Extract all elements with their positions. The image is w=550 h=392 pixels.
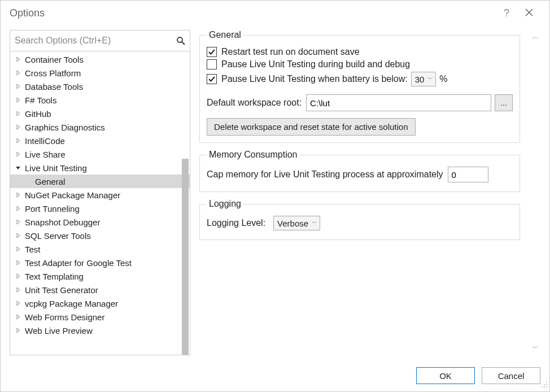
tree-item-label: NuGet Package Manager: [25, 190, 120, 200]
tree-item[interactable]: Web Forms Designer: [10, 310, 190, 324]
caret-right-icon[interactable]: [15, 56, 21, 63]
tree-scrollbar-thumb[interactable]: [182, 159, 189, 355]
search-input[interactable]: [10, 31, 190, 51]
tree-item[interactable]: F# Tools: [10, 93, 190, 107]
memory-cap-input[interactable]: [448, 167, 488, 182]
battery-suffix: %: [439, 74, 447, 84]
tree-item[interactable]: Snapshot Debugger: [10, 215, 190, 229]
tree-item[interactable]: Test: [10, 242, 190, 256]
workspace-row: Default workspace root: ...: [207, 94, 513, 111]
logging-legend: Logging: [207, 199, 243, 209]
dialog-footer: OK Cancel: [1, 360, 549, 391]
pause-battery-label: Pause Live Unit Testing when battery is …: [221, 74, 408, 84]
restart-row[interactable]: Restart test run on document save: [207, 47, 513, 57]
scroll-down-icon[interactable]: ﹀: [532, 343, 539, 353]
caret-right-icon[interactable]: [15, 219, 21, 225]
logging-level-select[interactable]: Verbose ﹀: [273, 216, 320, 230]
svg-point-0: [177, 37, 182, 42]
caret-right-icon[interactable]: [15, 110, 21, 117]
ok-button[interactable]: OK: [416, 367, 475, 384]
settings-panel: General Restart test run on document sav…: [199, 30, 540, 355]
svg-point-2: [546, 382, 547, 383]
tree-item-label: Snapshot Debugger: [25, 217, 100, 227]
caret-right-icon[interactable]: [15, 83, 21, 90]
tree-item[interactable]: Test Adapter for Google Test: [10, 256, 190, 269]
scroll-up-icon[interactable]: ︿: [532, 32, 539, 42]
content-scrollbar[interactable]: ︿ ﹀: [530, 30, 540, 355]
tree-item-label: GitHub: [25, 109, 51, 119]
tree-item-label: Port Tunneling: [25, 204, 80, 214]
tree-item[interactable]: Live Unit Testing: [10, 161, 190, 175]
tree-item-label: Container Tools: [25, 55, 84, 64]
caret-right-icon[interactable]: [15, 69, 21, 76]
search-container: [10, 31, 190, 51]
caret-right-icon[interactable]: [15, 137, 21, 144]
tree-item[interactable]: Cross Platform: [10, 66, 190, 80]
tree-item[interactable]: Web Live Preview: [10, 324, 190, 337]
caret-right-icon[interactable]: [15, 259, 21, 266]
browse-button[interactable]: ...: [495, 94, 513, 111]
pause-battery-checkbox[interactable]: [207, 74, 217, 84]
svg-point-5: [542, 386, 543, 387]
pause-build-checkbox[interactable]: [207, 59, 217, 69]
tree-item[interactable]: vcpkg Package Manager: [10, 297, 190, 310]
caret-right-icon[interactable]: [15, 151, 21, 158]
tree-item[interactable]: Text Templating: [10, 269, 190, 283]
caret-right-icon[interactable]: [15, 191, 21, 198]
tree-item[interactable]: Unit Test Generator: [10, 283, 190, 297]
caret-down-icon[interactable]: [15, 164, 21, 171]
search-icon: [176, 36, 185, 45]
memory-cap-label: Cap memory for Live Unit Testing process…: [207, 169, 443, 180]
caret-right-icon[interactable]: [15, 300, 21, 307]
checkmark-icon: [208, 75, 216, 83]
tree-item[interactable]: Port Tunneling: [10, 202, 190, 215]
tree-item[interactable]: Container Tools: [10, 53, 190, 66]
caret-right-icon[interactable]: [15, 205, 21, 212]
tree-item[interactable]: Live Share: [10, 147, 190, 161]
pause-battery-row[interactable]: Pause Live Unit Testing when battery is …: [207, 72, 513, 86]
caret-right-icon[interactable]: [15, 232, 21, 239]
tree-subitem[interactable]: General: [10, 175, 190, 188]
tree-item-label: Test: [25, 245, 41, 254]
tree-item-label: Live Share: [25, 150, 66, 159]
caret-right-icon[interactable]: [15, 286, 21, 293]
tree-item[interactable]: Database Tools: [10, 80, 190, 93]
caret-right-icon[interactable]: [15, 124, 21, 130]
svg-point-6: [544, 386, 545, 387]
tree-item[interactable]: IntelliCode: [10, 134, 190, 147]
tree-item[interactable]: SQL Server Tools: [10, 229, 190, 242]
logging-group: Logging Logging Level: Verbose ﹀: [199, 199, 520, 240]
caret-right-icon[interactable]: [15, 327, 21, 334]
tree-item[interactable]: NuGet Package Manager: [10, 188, 190, 202]
chevron-down-icon: ﹀: [312, 219, 317, 227]
tree-item-label: Web Forms Designer: [25, 312, 104, 322]
cancel-button[interactable]: Cancel: [482, 367, 540, 384]
memory-cap-row: Cap memory for Live Unit Testing process…: [207, 167, 513, 182]
tree-item[interactable]: GitHub: [10, 107, 190, 120]
help-button[interactable]: ?: [495, 7, 518, 19]
resize-grip-icon[interactable]: [541, 381, 548, 390]
delete-workspace-button[interactable]: Delete workspace and reset state for act…: [207, 118, 416, 136]
category-tree[interactable]: Container ToolsCross PlatformDatabase To…: [10, 51, 190, 355]
settings-content: General Restart test run on document sav…: [199, 30, 530, 355]
restart-checkbox[interactable]: [207, 47, 217, 57]
tree-item-label: Database Tools: [25, 82, 83, 92]
logging-level-label: Logging Level:: [207, 218, 265, 228]
tree-item-label: Graphics Diagnostics: [25, 123, 105, 132]
close-button[interactable]: [518, 7, 540, 19]
tree-item-label: vcpkg Package Manager: [25, 299, 118, 308]
tree-item[interactable]: Graphics Diagnostics: [10, 120, 190, 134]
caret-right-icon[interactable]: [15, 246, 21, 252]
caret-right-icon[interactable]: [15, 313, 21, 320]
workspace-input[interactable]: [306, 94, 491, 111]
chevron-down-icon: ﹀: [427, 75, 433, 83]
battery-threshold-select[interactable]: 30 ﹀: [411, 72, 436, 86]
svg-point-7: [546, 386, 547, 387]
logging-level-value: Verbose: [277, 219, 308, 228]
pause-build-row[interactable]: Pause Live Unit Testing during build and…: [207, 59, 513, 69]
svg-point-3: [544, 384, 545, 385]
caret-right-icon[interactable]: [15, 97, 21, 103]
battery-threshold-value: 30: [415, 75, 425, 84]
caret-right-icon[interactable]: [15, 273, 21, 280]
svg-line-1: [182, 42, 185, 45]
